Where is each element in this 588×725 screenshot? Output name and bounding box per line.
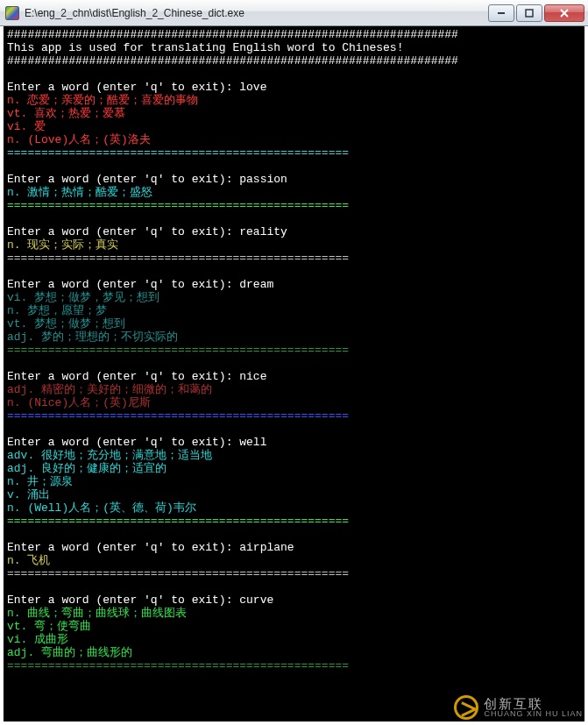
definition-line: adj. 精密的；美好的；细微的；和蔼的 bbox=[7, 383, 212, 396]
prompt-line: Enter a word (enter 'q' to exit): well bbox=[7, 436, 266, 449]
separator-line: ========================================… bbox=[7, 659, 349, 672]
definition-line: adj. 良好的；健康的；适宜的 bbox=[7, 462, 166, 475]
definition-line: n. (Love)人名；(英)洛夫 bbox=[7, 133, 151, 146]
definition-line: adv. 很好地；充分地；满意地；适当地 bbox=[7, 449, 212, 462]
window-titlebar: E:\eng_2_chn\dist\English_2_Chinese_dict… bbox=[0, 0, 588, 26]
separator-line: ========================================… bbox=[7, 146, 349, 160]
window-buttons bbox=[488, 4, 586, 22]
maximize-icon bbox=[525, 9, 534, 18]
close-icon bbox=[560, 9, 569, 18]
definition-line: n. 曲线；弯曲；曲线球；曲线图表 bbox=[7, 607, 187, 620]
definition-line: vt. 弯；使弯曲 bbox=[7, 620, 91, 633]
separator-line: ========================================… bbox=[7, 409, 349, 423]
separator-line: ========================================… bbox=[7, 515, 349, 528]
definition-line: vi. 梦想；做梦，梦见；想到 bbox=[7, 291, 159, 304]
svg-rect-1 bbox=[526, 10, 533, 17]
separator-line: ========================================… bbox=[7, 567, 349, 580]
definition-line: vi. 爱 bbox=[7, 120, 46, 133]
definition-line: vt. 梦想；做梦；想到 bbox=[7, 317, 125, 331]
definition-line: v. 涌出 bbox=[7, 488, 50, 501]
minimize-button[interactable] bbox=[488, 4, 514, 22]
definition-line: n. 恋爱；亲爱的；酷爱；喜爱的事物 bbox=[7, 94, 198, 107]
separator-line: ========================================… bbox=[7, 344, 349, 357]
minimize-icon bbox=[497, 9, 506, 18]
prompt-line: Enter a word (enter 'q' to exit): airpla… bbox=[7, 541, 294, 554]
terminal-output[interactable]: ########################################… bbox=[0, 26, 588, 725]
separator-line: ========================================… bbox=[7, 199, 349, 212]
maximize-button[interactable] bbox=[516, 4, 542, 22]
close-button[interactable] bbox=[544, 4, 584, 22]
definition-line: n. (Well)人名；(英、德、荷)韦尔 bbox=[7, 501, 196, 515]
prompt-line: Enter a word (enter 'q' to exit): love bbox=[7, 81, 266, 94]
definition-line: n. 激情；热情；酷爱；盛怒 bbox=[7, 186, 152, 199]
prompt-line: Enter a word (enter 'q' to exit): nice bbox=[7, 370, 266, 383]
definition-line: n. 现实；实际；真实 bbox=[7, 238, 118, 252]
window-title: E:\eng_2_chn\dist\English_2_Chinese_dict… bbox=[25, 7, 488, 19]
definition-line: adj. 梦的；理想的；不切实际的 bbox=[7, 331, 178, 344]
separator-line: ========================================… bbox=[7, 252, 349, 265]
prompt-line: Enter a word (enter 'q' to exit): curve bbox=[7, 594, 273, 607]
definition-line: n. 井；源泉 bbox=[7, 475, 73, 488]
definition-line: n. (Nice)人名；(英)尼斯 bbox=[7, 396, 151, 409]
definition-line: vi. 成曲形 bbox=[7, 633, 68, 646]
definition-line: adj. 弯曲的；曲线形的 bbox=[7, 646, 132, 659]
prompt-line: Enter a word (enter 'q' to exit): dream bbox=[7, 278, 273, 291]
prompt-line: Enter a word (enter 'q' to exit): passio… bbox=[7, 173, 287, 186]
prompt-line: Enter a word (enter 'q' to exit): realit… bbox=[7, 225, 287, 238]
definition-line: n. 梦想，愿望；梦 bbox=[7, 304, 107, 317]
app-icon bbox=[5, 6, 19, 20]
definition-line: n. 飞机 bbox=[7, 554, 50, 567]
definition-line: vt. 喜欢；热爱；爱慕 bbox=[7, 107, 125, 120]
